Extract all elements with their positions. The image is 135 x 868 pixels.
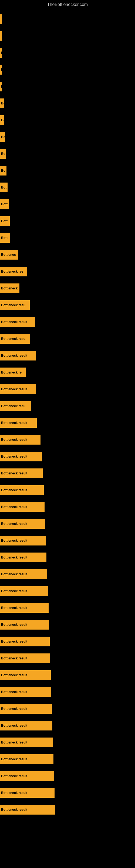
bar-row: Bo [0, 145, 135, 162]
bar-label [0, 14, 2, 24]
bar-label: Bott [0, 199, 9, 209]
bar-label: Bo [0, 115, 4, 125]
bar-row: Bott [0, 196, 135, 213]
bar-row: Bottleneck [0, 280, 135, 297]
site-title: TheBottlenecker.com [0, 0, 135, 9]
bar-label: Bottleneck result [0, 536, 46, 546]
bar-label: Bottleneck result [0, 384, 36, 394]
bar-row: Bott [0, 213, 135, 229]
bar-label: Bottleneck result [0, 637, 50, 646]
bar-row [0, 28, 135, 44]
bar-label: Bottleneck result [0, 586, 48, 596]
bar-row: Bottleneck result [0, 566, 135, 583]
bar-label: Bottleneck result [0, 603, 49, 613]
bar-label: B [0, 82, 2, 91]
bar-label: Bottleneck result [0, 771, 54, 781]
bar-row: Bottlenec [0, 246, 135, 263]
bar-row: Bottleneck result [0, 516, 135, 532]
bar-row: Bottleneck result [0, 717, 135, 734]
bar-row: Bottleneck result [0, 347, 135, 364]
bar-row: B [0, 44, 135, 61]
bar-label: Bottleneck resu [0, 334, 30, 344]
bar-label: Bottleneck result [0, 317, 35, 327]
bar-label: Bottleneck resu [0, 300, 30, 310]
bar-label: Bo [0, 132, 5, 142]
bar-row: Bottleneck result [0, 701, 135, 717]
bar-row: Bo [0, 162, 135, 179]
bar-row: Bottleneck result [0, 532, 135, 549]
bar-row: Bottleneck result [0, 784, 135, 801]
bars-container: BBBBoBoBoBoBoBotBottBottBottlBottlenecBo… [0, 8, 135, 821]
bar-label: Bottleneck result [0, 754, 53, 764]
bar-row: Bottleneck result [0, 549, 135, 566]
bar-row: Bottleneck result [0, 414, 135, 431]
bar-label: Bottleneck result [0, 704, 52, 714]
bar-label: Bottleneck res [0, 267, 27, 276]
bar-row: Bottleneck res [0, 263, 135, 280]
bar-row: Bottleneck result [0, 499, 135, 516]
bar-label: Bottleneck result [0, 569, 47, 579]
bar-label: Bottlenec [0, 250, 18, 259]
bar-label: Bo [0, 98, 4, 108]
bar-label: B [0, 48, 2, 58]
bar-row: Bottleneck result [0, 448, 135, 465]
bar-label: Bottleneck result [0, 435, 41, 444]
bar-row: Bottleneck result [0, 431, 135, 448]
bar-label: Bottleneck result [0, 721, 52, 731]
bar-label: Bo [0, 166, 6, 176]
bar-label: Bottleneck result [0, 485, 44, 495]
bar-label: Bottleneck result [0, 452, 42, 461]
bar-label: Bottleneck result [0, 351, 36, 361]
bar-row: Bottleneck resu [0, 297, 135, 314]
bar-row: B [0, 78, 135, 95]
bar-label: B [0, 65, 2, 74]
bar-row: Bottleneck resu [0, 330, 135, 347]
bar-label: Bottleneck result [0, 738, 53, 747]
bar-label [0, 31, 2, 41]
bar-row: Bottleneck result [0, 381, 135, 398]
bar-row [0, 11, 135, 28]
bar-label: Bottleneck resu [0, 401, 31, 411]
bar-label: Bottleneck result [0, 788, 54, 798]
bar-label: Bottleneck result [0, 620, 49, 629]
bar-row: Bo [0, 95, 135, 112]
bar-row: Bottleneck re [0, 364, 135, 381]
bar-row: Bo [0, 129, 135, 145]
bar-label: Bottleneck result [0, 418, 37, 428]
bar-label: Bot [0, 183, 8, 192]
bar-row: Bottleneck result [0, 465, 135, 482]
bar-row: Bottleneck result [0, 667, 135, 684]
bar-row: Bottl [0, 229, 135, 246]
bar-row: Bottleneck result [0, 801, 135, 818]
bar-label: Bott [0, 216, 10, 226]
bar-row: Bot [0, 179, 135, 196]
bar-row: Bottleneck result [0, 650, 135, 667]
bar-row: Bottleneck result [0, 616, 135, 633]
bar-row: Bottleneck result [0, 599, 135, 616]
bar-row: B [0, 61, 135, 78]
bar-label: Bottl [0, 233, 10, 243]
bar-label: Bottleneck result [0, 653, 50, 663]
bar-row: Bottleneck result [0, 633, 135, 650]
bar-label: Bottleneck [0, 283, 19, 293]
bar-row: Bottleneck result [0, 734, 135, 751]
bar-label: Bottleneck re [0, 368, 26, 377]
bar-label: Bottleneck result [0, 670, 51, 680]
bar-row: Bottleneck result [0, 583, 135, 599]
bar-row: Bottleneck result [0, 768, 135, 784]
bar-label: Bottleneck result [0, 553, 46, 562]
bar-row: Bottleneck result [0, 482, 135, 499]
bar-label: Bo [0, 149, 6, 159]
bar-row: Bottleneck result [0, 314, 135, 330]
bar-label: Bottleneck result [0, 468, 43, 478]
bar-row: Bottleneck resu [0, 398, 135, 414]
bar-label: Bottleneck result [0, 687, 51, 697]
bar-label: Bottleneck result [0, 502, 45, 512]
bar-label: Bottleneck result [0, 519, 45, 529]
bar-row: Bottleneck result [0, 751, 135, 768]
bar-row: Bo [0, 112, 135, 129]
bar-row: Bottleneck result [0, 684, 135, 701]
bar-label: Bottleneck result [0, 805, 55, 814]
